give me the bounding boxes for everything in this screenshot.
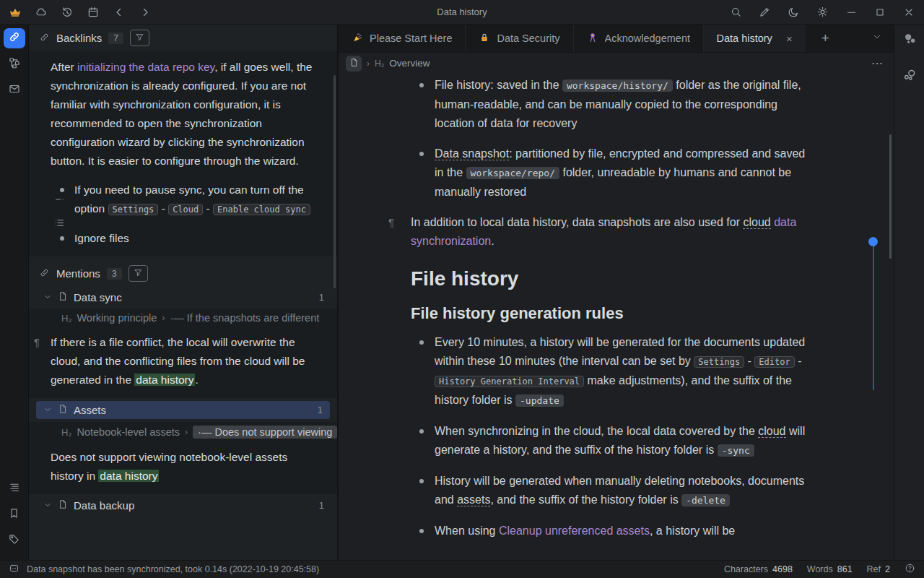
dock-bookmark-button[interactable] <box>4 504 25 525</box>
ref-label: Ref <box>867 564 881 574</box>
daily-note-button[interactable] <box>82 3 104 22</box>
titlebar: Data history <box>0 0 924 25</box>
ref-value: 2 <box>885 564 890 574</box>
backlink-list-item[interactable]: Ignore files <box>51 229 320 248</box>
tag-icon <box>8 533 20 548</box>
ribbon-icon <box>587 32 598 46</box>
minimize-button[interactable] <box>840 3 862 22</box>
doc-bullet-interval[interactable]: Every 10 minutes, a history will be gene… <box>411 333 810 410</box>
left-dock <box>0 25 29 560</box>
tab-close-icon[interactable]: × <box>786 33 793 45</box>
dock-backlinks-button[interactable] <box>4 28 25 48</box>
chevron-down-icon <box>43 291 52 303</box>
doc-paragraph[interactable]: ¶ In addition to local data history, dat… <box>411 213 828 251</box>
dock-tag-button[interactable] <box>4 530 25 551</box>
global-search-button[interactable] <box>725 3 746 22</box>
dock-backlinks-panel-button[interactable] <box>899 30 920 51</box>
tree-item-count: 1 <box>318 405 323 415</box>
mention-tree-item-data-backup[interactable]: Data backup 1 <box>29 494 337 517</box>
mentions-filter-button[interactable] <box>128 265 148 282</box>
snapshot-status-icon <box>9 563 19 576</box>
chevron-right-icon: › <box>185 427 188 437</box>
doc-bullet-file-history[interactable]: File history: saved in the workspace/his… <box>411 76 810 133</box>
tab-acknowledgements[interactable]: Acknowledgements <box>574 25 704 52</box>
tree-item-count: 1 <box>319 292 324 303</box>
navigate-back-button[interactable] <box>108 3 130 22</box>
editor-scrollbar[interactable] <box>889 134 892 259</box>
backlink-list-item[interactable]: If you need to pause sync, you can turn … <box>51 181 320 219</box>
mention-breadcrumb[interactable]: H₂ Notebook-level assets › ·— Does not s… <box>29 422 337 442</box>
close-window-button[interactable] <box>898 3 920 22</box>
pilcrow-icon: ¶ <box>34 333 40 352</box>
maximize-button[interactable] <box>869 3 891 22</box>
history-clock-icon <box>61 6 74 19</box>
backlinks-filter-button[interactable] <box>130 30 149 46</box>
tab-label: Acknowledgements <box>605 33 690 44</box>
workspace-crown-button[interactable] <box>4 3 26 22</box>
navigate-forward-button[interactable] <box>134 3 156 22</box>
new-tab-button[interactable]: + <box>806 25 845 52</box>
mention-tree-item-data-sync[interactable]: Data sync 1 <box>29 286 337 309</box>
pilcrow-icon: ¶ <box>388 213 394 232</box>
backlinks-title: Backlinks <box>56 32 102 44</box>
dock-graph-panel-button[interactable] <box>899 66 920 87</box>
more-options-icon[interactable]: ⋯ <box>871 56 884 70</box>
doc-bullet-cleanup[interactable]: When using Cleanup unreferenced assets, … <box>411 522 810 540</box>
heading-tag: H₂ <box>61 427 71 438</box>
chevron-down-icon <box>43 404 52 416</box>
file-icon <box>58 291 68 303</box>
data-history-button[interactable] <box>56 3 78 22</box>
tab-list-dropdown-button[interactable] <box>860 25 894 52</box>
doc-heading-file-history[interactable]: File history <box>411 269 865 288</box>
position-line <box>873 246 874 390</box>
chevron-right-icon <box>139 6 152 19</box>
statusbar: Data snapshot has been synchronized, too… <box>0 560 924 578</box>
link-icon <box>39 32 50 45</box>
mention-paragraph-block[interactable]: ¶ If there is a file conflict, the local… <box>29 327 337 398</box>
theme-toggle-button[interactable] <box>783 3 804 22</box>
minimize-icon <box>845 6 858 18</box>
tree-item-label: Data backup <box>74 499 134 512</box>
chevron-right-icon: › <box>367 59 370 69</box>
mention-tree-item-assets[interactable]: Assets 1 <box>36 401 330 419</box>
sync-cloud-button[interactable] <box>30 3 52 22</box>
lock-icon <box>479 32 490 46</box>
settings-button[interactable] <box>811 3 833 22</box>
edit-mode-button[interactable] <box>754 3 775 22</box>
doc-bullet-data-snapshot[interactable]: Data snapshot: partitioned by file, encr… <box>411 144 810 202</box>
dock-inbox-button[interactable] <box>4 80 25 100</box>
backlink-block[interactable]: After initializing the data repo key, if… <box>29 51 337 256</box>
document-icon-button[interactable] <box>346 56 362 72</box>
file-icon <box>58 499 68 512</box>
mention-paragraph: Does not support viewing notebook-level … <box>51 448 320 486</box>
tab-data-history-active[interactable]: Data history × <box>704 25 806 52</box>
mentions-title: Mentions <box>56 267 100 280</box>
tab-please-start-here[interactable]: Please Start Here <box>339 25 466 52</box>
flowchart-icon <box>8 56 21 72</box>
mention-paragraph-block[interactable]: Does not support viewing notebook-level … <box>29 442 337 494</box>
file-icon <box>349 58 359 69</box>
panel-scrollbar[interactable] <box>334 75 336 288</box>
document-content[interactable]: File history: saved in the workspace/his… <box>339 74 894 560</box>
bookmark-icon <box>8 507 20 522</box>
doc-bullet-delete[interactable]: History will be generated when manually … <box>411 472 810 510</box>
breadcrumb-heading[interactable]: Overview <box>389 58 430 69</box>
scroll-position-indicator[interactable] <box>868 237 878 390</box>
doc-heading-generation-rules[interactable]: File history generation rules <box>411 304 865 323</box>
gear-icon <box>816 6 829 18</box>
dock-outline-button[interactable] <box>4 478 25 499</box>
heading-tag: H₂ <box>61 313 71 324</box>
tree-item-label: Assets <box>74 404 106 416</box>
mention-paragraph: If there is a file conflict, the local w… <box>51 333 320 389</box>
heading-tag: H₂ <box>375 59 384 69</box>
chevron-down-icon <box>872 32 882 45</box>
help-button[interactable] <box>905 563 915 576</box>
mention-breadcrumb[interactable]: H₂ Working principle › ·— If the snapsho… <box>29 309 337 327</box>
file-icon <box>58 404 68 416</box>
dock-graph-button[interactable] <box>4 54 25 74</box>
doc-bullet-sync[interactable]: When synchronizing in the cloud, the loc… <box>411 422 810 460</box>
party-popper-icon <box>352 32 363 46</box>
backlinks-count-badge: 7 <box>108 33 123 44</box>
tab-bar: Please Start Here Data Security Acknowle… <box>339 25 894 53</box>
tab-data-security[interactable]: Data Security <box>466 25 573 52</box>
